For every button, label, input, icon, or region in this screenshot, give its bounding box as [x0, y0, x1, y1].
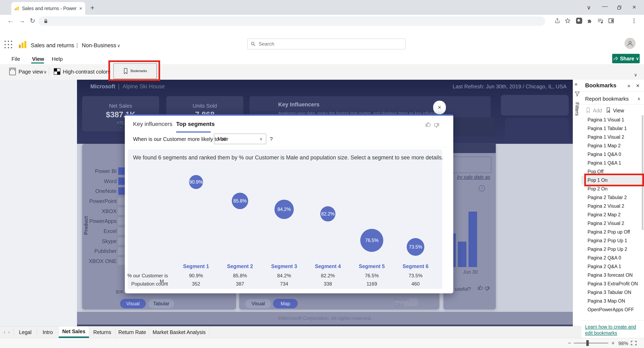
- banner-close-button[interactable]: ×: [433, 101, 446, 114]
- bookmark-item[interactable]: Pop Off: [582, 167, 642, 176]
- bookmark-item[interactable]: Pagina 3 forecast ON: [582, 271, 642, 279]
- bookmark-view-button[interactable]: View: [613, 108, 624, 114]
- bookmark-item[interactable]: Pagina 2 Visual 2: [582, 202, 642, 210]
- bookmark-item[interactable]: Pagina 3 Map ON: [582, 297, 642, 305]
- toolbar-collapse-chevron-icon[interactable]: ∨: [634, 72, 637, 78]
- window-minimize-icon[interactable]: —: [602, 3, 608, 10]
- segment-column-header[interactable]: Segment 6: [398, 263, 433, 269]
- bookmark-item[interactable]: Pagina 2 Q&A 1: [582, 262, 642, 271]
- segment-bubble-5[interactable]: 76.5%: [360, 229, 383, 252]
- share-page-icon[interactable]: [554, 18, 560, 24]
- segment-bubble-1[interactable]: 90.9%: [189, 175, 203, 189]
- bookmark-item[interactable]: Pagina 3 ExtraProfit ON: [582, 279, 642, 288]
- page-tab-returns[interactable]: Returns: [89, 326, 116, 338]
- extensions-puzzle-icon[interactable]: [587, 18, 593, 24]
- zoom-slider-track[interactable]: [574, 343, 608, 343]
- segment-column-header[interactable]: Segment 4: [310, 263, 345, 269]
- question-dropdown[interactable]: Male ∨: [214, 134, 266, 144]
- page-tab-return-rate[interactable]: Return Rate: [116, 326, 149, 338]
- bookmark-add-button[interactable]: Add: [593, 108, 602, 114]
- tab-top-segments[interactable]: Top segments: [176, 121, 215, 127]
- reload-icon[interactable]: ↻: [30, 17, 35, 25]
- bookmark-star-icon[interactable]: [564, 18, 571, 24]
- tab-key-influencers[interactable]: Key influencers: [133, 121, 172, 127]
- search-box[interactable]: [248, 39, 406, 49]
- page-tab-market-basket[interactable]: Market Basket Analysis: [149, 326, 210, 338]
- bookmark-item[interactable]: Pagina 1 Q&A 1: [582, 159, 642, 167]
- bookmark-item[interactable]: Pagina 1 Tabular 1: [582, 124, 642, 133]
- search-input[interactable]: [258, 41, 382, 47]
- page-view-label[interactable]: Page view: [18, 69, 43, 75]
- zoom-out-button[interactable]: −: [568, 340, 571, 346]
- map-toggle[interactable]: Map: [273, 299, 298, 308]
- bookmark-item-selected[interactable]: Pop 1 On: [582, 176, 642, 184]
- audience-label[interactable]: Non-Business: [82, 42, 116, 49]
- bookmarks-scrollbar[interactable]: [642, 115, 644, 230]
- bookmark-item[interactable]: Pagina 1 Q&A 0: [582, 150, 642, 159]
- page-view-chevron-icon[interactable]: ∨: [44, 70, 47, 75]
- bookmark-item[interactable]: Pagina 3 Tabular ON: [582, 288, 642, 297]
- menu-help[interactable]: Help: [52, 56, 62, 62]
- bookmark-item[interactable]: Pagina 2 Q&A 0: [582, 253, 642, 262]
- bookmark-item[interactable]: Pagina 1 Visual 2: [582, 133, 642, 141]
- restart-qna-button[interactable]: Restart Q&A: [394, 298, 418, 306]
- tabular-toggle[interactable]: Tabular: [148, 299, 174, 308]
- high-contrast-chevron-icon[interactable]: ∨: [108, 70, 111, 75]
- bookmark-item[interactable]: OpenPowerApps OFF: [582, 305, 642, 314]
- segment-column-header[interactable]: Segment 1: [178, 263, 214, 269]
- browser-menu-icon[interactable]: [634, 18, 634, 24]
- segment-column-header[interactable]: Segment 2: [222, 263, 258, 269]
- bookmark-item[interactable]: Pagina 1 Map 2: [582, 141, 642, 150]
- address-bar[interactable]: [38, 17, 545, 26]
- page-tab-legal[interactable]: Legal: [14, 326, 37, 338]
- page-tab-net-sales[interactable]: Net Sales: [59, 326, 89, 338]
- bookmark-item[interactable]: Pagina 2 Tabular 2: [582, 193, 642, 202]
- info-icon[interactable]: i: [479, 185, 485, 191]
- report-bookmarks-section[interactable]: Report bookmarks: [585, 96, 628, 102]
- segment-bubble-4[interactable]: 82.2%: [320, 206, 336, 221]
- bookmark-item[interactable]: Pagina 2 Map 2: [582, 210, 642, 219]
- avatar[interactable]: [624, 38, 636, 49]
- filters-expand-icon[interactable]: «: [574, 81, 578, 87]
- bookmark-item[interactable]: Pagina 2 Pop Up 1: [582, 236, 642, 245]
- menu-file[interactable]: File: [12, 56, 20, 62]
- bookmarks-close-icon[interactable]: ×: [636, 82, 640, 89]
- share-button[interactable]: Share ∨: [612, 54, 640, 63]
- bookmark-item[interactable]: Pagina 1 Visual 1: [582, 115, 642, 124]
- learn-bookmarks-link[interactable]: Learn how to create and edit bookmarks: [585, 324, 639, 336]
- segment-bubble-3[interactable]: 84.2%: [274, 200, 294, 219]
- bookmarks-button[interactable]: Bookmarks: [113, 63, 157, 79]
- bookmark-item[interactable]: Pop 2 On: [582, 184, 642, 193]
- zoom-in-button[interactable]: +: [611, 340, 615, 346]
- visual-toggle-2[interactable]: Visual: [245, 299, 271, 308]
- segment-bubble-6[interactable]: 73.5%: [407, 238, 424, 256]
- filters-label[interactable]: Filters: [574, 102, 580, 116]
- back-icon[interactable]: ←: [7, 17, 14, 25]
- menu-view[interactable]: View: [32, 56, 44, 62]
- visual-toggle[interactable]: Visual: [120, 299, 146, 308]
- popup-thumb-down-icon[interactable]: [434, 122, 439, 128]
- audience-chevron-icon[interactable]: ∨: [117, 43, 120, 49]
- app-launcher-icon[interactable]: [4, 41, 13, 49]
- bookmark-item[interactable]: Pagina 2 Pop up Off: [582, 228, 642, 236]
- page-tab-arrows[interactable]: ‹ ›: [0, 326, 14, 338]
- new-tab-button[interactable]: +: [90, 4, 94, 12]
- page-tab-intro[interactable]: Intro: [37, 326, 59, 338]
- segment-column-header[interactable]: Segment 3: [267, 263, 302, 269]
- high-contrast-label[interactable]: High-contrast colors: [63, 69, 110, 75]
- next-page-icon[interactable]: ›: [8, 329, 10, 335]
- useful-thumb-down-icon[interactable]: [484, 286, 490, 291]
- popup-thumb-up-icon[interactable]: [425, 122, 431, 127]
- browser-tab[interactable]: Sales and returns - Power BI ×: [11, 2, 85, 15]
- bookmark-item[interactable]: Pagina 2 Pop Up 2: [582, 245, 642, 253]
- tab-close-icon[interactable]: ×: [79, 5, 82, 12]
- window-close-icon[interactable]: ×: [632, 3, 636, 11]
- bookmark-item[interactable]: Pagina 2 Visual 2: [582, 219, 642, 228]
- filter-funnel-icon[interactable]: [574, 91, 580, 97]
- window-menu-icon[interactable]: ∨: [587, 4, 591, 11]
- useful-thumb-up-icon[interactable]: [478, 285, 483, 290]
- bookmarks-expand-icon[interactable]: »: [627, 83, 630, 89]
- window-restore-icon[interactable]: [617, 5, 622, 10]
- side-panel-icon[interactable]: [608, 18, 614, 24]
- extension-playlist-icon[interactable]: [598, 18, 604, 24]
